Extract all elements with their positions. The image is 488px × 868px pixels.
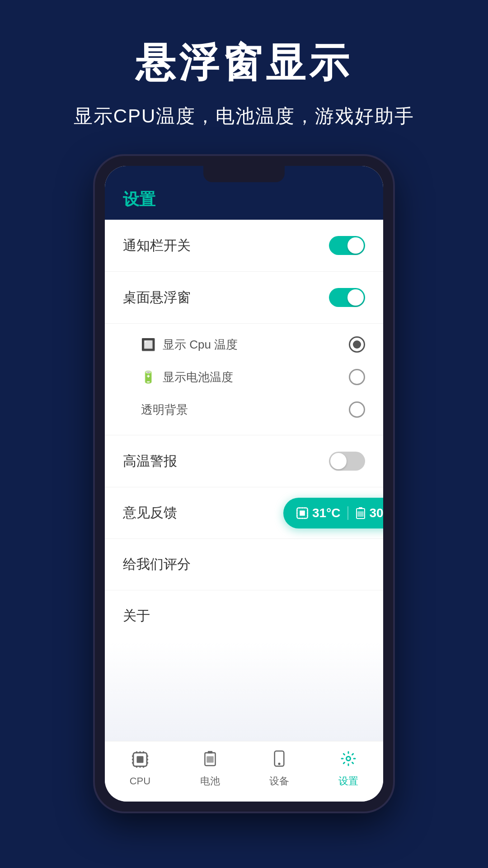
cpu-temp-display: 31°C	[296, 506, 341, 520]
battery-nav-label: 电池	[200, 774, 220, 788]
show-cpu-temp-option[interactable]: 🔲 显示 Cpu 温度	[141, 328, 365, 361]
empty-space	[105, 642, 383, 741]
float-temperature-widget[interactable]: 31°C 30°C	[283, 498, 383, 528]
cpu-nav-label: CPU	[130, 775, 150, 787]
float-window-toggle-thumb	[347, 289, 364, 306]
subtitle: 显示CPU温度，电池温度，游戏好助手	[0, 104, 488, 129]
feedback-row: 意见反馈	[105, 487, 383, 539]
phone-frame: 设置 通知栏开关 桌面悬浮窗	[95, 156, 393, 811]
transparent-bg-radio[interactable]	[349, 401, 365, 418]
float-window-toggle[interactable]	[329, 288, 365, 307]
show-cpu-temp-radio[interactable]	[349, 336, 365, 353]
show-battery-temp-option[interactable]: 🔋 显示电池温度	[141, 361, 365, 393]
nav-item-device[interactable]: 设备	[269, 750, 289, 788]
cpu-nav-icon	[132, 751, 148, 772]
notification-toggle-label: 通知栏开关	[123, 236, 191, 255]
nav-item-settings[interactable]: 设置	[338, 750, 358, 788]
battery-nav-icon	[203, 750, 217, 771]
sub-options-section: 🔲 显示 Cpu 温度 🔋 显示电池温度	[105, 324, 383, 435]
svg-rect-18	[136, 756, 143, 763]
float-window-toggle-label: 桌面悬浮窗	[123, 288, 191, 307]
show-cpu-temp-label: 显示 Cpu 温度	[163, 337, 238, 353]
high-temp-alert-thumb	[330, 453, 347, 469]
about-label: 关于	[123, 607, 150, 625]
about-row[interactable]: 关于	[105, 590, 383, 642]
svg-point-36	[347, 757, 351, 761]
phone-screen: 设置 通知栏开关 桌面悬浮窗	[105, 166, 383, 802]
svg-point-35	[278, 763, 280, 765]
notification-toggle[interactable]	[329, 236, 365, 255]
main-title: 悬浮窗显示	[0, 36, 488, 90]
battery-temp-display: 30°C	[356, 506, 383, 520]
high-temp-alert-row: 高温警报	[105, 435, 383, 487]
svg-rect-32	[207, 751, 212, 753]
float-divider	[347, 506, 348, 520]
nav-item-cpu[interactable]: CPU	[130, 751, 150, 787]
settings-nav-icon	[340, 750, 357, 771]
phone-mockup: 设置 通知栏开关 桌面悬浮窗	[95, 156, 393, 811]
svg-rect-1	[300, 510, 305, 516]
svg-rect-16	[357, 511, 364, 517]
show-battery-temp-label: 显示电池温度	[163, 369, 233, 385]
transparent-bg-option[interactable]: 透明背景	[141, 393, 365, 426]
transparent-bg-label: 透明背景	[141, 402, 188, 418]
rate-label: 给我们评分	[123, 555, 191, 574]
phone-notch	[203, 166, 285, 182]
show-battery-temp-left: 🔋 显示电池温度	[141, 369, 233, 385]
cpu-temp-value: 31°C	[312, 506, 341, 520]
device-nav-label: 设备	[269, 774, 289, 788]
settings-list: 通知栏开关 桌面悬浮窗 🔲	[105, 220, 383, 741]
cpu-temp-icon	[296, 507, 309, 519]
header-section: 悬浮窗显示 显示CPU温度，电池温度，游戏好助手	[0, 0, 488, 147]
battery-temp-value: 30°C	[369, 506, 383, 520]
bottom-nav: CPU 电池	[105, 741, 383, 802]
float-window-toggle-row: 桌面悬浮窗	[105, 272, 383, 324]
settings-nav-label: 设置	[338, 774, 358, 788]
svg-rect-33	[206, 756, 213, 763]
cpu-icon: 🔲	[141, 338, 155, 352]
device-nav-icon	[273, 750, 286, 771]
high-temp-alert-label: 高温警报	[123, 452, 177, 471]
notification-toggle-row: 通知栏开关	[105, 220, 383, 272]
screen-title: 设置	[123, 189, 365, 211]
show-battery-temp-radio[interactable]	[349, 369, 365, 385]
nav-item-battery[interactable]: 电池	[200, 750, 220, 788]
show-cpu-temp-left: 🔲 显示 Cpu 温度	[141, 337, 238, 353]
svg-rect-15	[359, 507, 362, 509]
transparent-bg-left: 透明背景	[141, 402, 188, 418]
high-temp-alert-toggle[interactable]	[329, 452, 365, 471]
rate-row[interactable]: 给我们评分	[105, 539, 383, 590]
notification-toggle-thumb	[347, 237, 364, 254]
battery-small-icon: 🔋	[141, 370, 155, 384]
feedback-label: 意见反馈	[123, 504, 177, 522]
battery-temp-icon	[356, 507, 366, 519]
